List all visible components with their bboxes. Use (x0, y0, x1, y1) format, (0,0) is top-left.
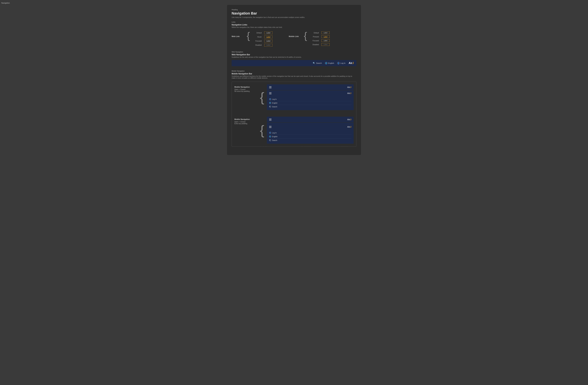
mobile-state-name-pressed: Pressed (309, 36, 319, 38)
mobile-example-2-labels: Mobile Navigation Open + Closed Extra to… (234, 117, 257, 124)
web-nav-bar-mockup: 🔍 Search 🌐 English 👤 Log In Air J (231, 60, 357, 66)
mobile-example-2-subtitle: Open + Closed (234, 121, 257, 123)
heading-section: Heading Navigation Bar Like many Air J c… (231, 9, 357, 18)
air-logo-text: Air (349, 62, 352, 65)
user-icon-mobile-1: 👤 (269, 98, 271, 100)
web-link-states: Default Label Hover Label Focused Label … (252, 31, 273, 47)
mobile-nav-closed-bar-1: AirJ (267, 84, 354, 90)
mobile-link-states: Default Label Pressed Label Focused Labe… (309, 31, 330, 46)
state-label-hover: Label (264, 36, 273, 38)
mobile-example-1-title: Mobile Navigation (234, 86, 257, 88)
english-label-1: English (272, 102, 277, 104)
mobile-state-name-focused: Focused (309, 40, 319, 42)
mobile-logo-open-1: AirJ (347, 92, 351, 95)
state-name-hover: Hover (252, 36, 262, 38)
mobile-nav-section-label: Mobile Navigation (231, 70, 357, 72)
mobile-state-label-focused: Label (321, 39, 330, 42)
mobile-dropdown-item-login-2[interactable]: 👤 Log In (269, 131, 351, 135)
mobile-example-1-navs: AirJ AirJ (267, 84, 354, 110)
mobile-example-1-bracket: { (260, 91, 264, 104)
link-states-container: Web Link { Default Label Hover Label Foc… (231, 31, 357, 47)
mobile-state-label-default: Label (321, 32, 330, 34)
login-label-2: Log In (272, 132, 277, 134)
mobile-link-group: Mobile Link { Default Label Pressed Labe… (289, 31, 330, 47)
mobile-dropdown-item-english-1[interactable]: 🌐 English (269, 101, 351, 105)
mobile-dropdown-item-search-2[interactable]: 🔍 Search (269, 138, 351, 142)
mobile-nav-open-bar-1: AirJ 👤 Log In 🌐 English (267, 90, 354, 110)
state-label-disabled: Label (264, 44, 273, 46)
mobile-logo-1: AirJ (347, 86, 351, 88)
air-logo-j: J (352, 62, 354, 65)
web-nav-desc: Guidelines for the web version of the na… (231, 56, 357, 58)
login-label-1: Log In (272, 98, 277, 100)
web-link-group: Web Link { Default Label Hover Label Foc… (231, 31, 273, 47)
mobile-example-2-detail: Extra top padding. (234, 123, 257, 124)
mobile-nav-title: Mobile Navigation Bar (231, 73, 357, 75)
links-section-label: Links (231, 21, 357, 23)
web-link-bracket: { (247, 31, 250, 41)
globe-icon: 🌐 (325, 62, 327, 64)
mobile-dropdown-item-english-2[interactable]: 🌐 English (269, 135, 351, 138)
search-label-2: Search (272, 139, 277, 141)
nav-english-item[interactable]: 🌐 English (325, 62, 334, 64)
mobile-example-2-navs: AirJ AirJ (267, 117, 354, 144)
mobile-logo-2: AirJ (347, 118, 351, 121)
heading-section-label: Heading (231, 9, 357, 11)
nav-links-desc: Within the navigation bar, there are mul… (231, 26, 357, 28)
mobile-example-1-subtitle: Open + Closed (234, 89, 257, 90)
search-icon-mobile-2: 🔍 (269, 139, 271, 141)
nav-bar-desc: Like many Air J components, the navigati… (231, 17, 357, 18)
mobile-dropdown-item-search-1[interactable]: 🔍 Search (269, 105, 351, 109)
mobile-examples-wrapper: Mobile Navigation Open + Closed No extra… (231, 82, 357, 147)
mobile-dropdown-item-login-1[interactable]: 👤 Log In (269, 97, 351, 101)
links-section: Links Navigation Links Within the naviga… (231, 21, 357, 28)
web-link-label: Web Link (231, 31, 245, 37)
hamburger-icon-1[interactable] (269, 86, 272, 88)
mobile-example-1: Mobile Navigation Open + Closed No extra… (234, 84, 354, 110)
mobile-state-row-focused: Focused Label (309, 39, 330, 43)
mobile-example-2-title: Mobile Navigation (234, 118, 257, 120)
globe-icon-mobile-2: 🌐 (269, 135, 271, 137)
mobile-nav-desc: Guidelines and different functions for t… (231, 75, 357, 79)
mobile-logo-open-2: AirJ (347, 126, 351, 128)
nav-english-label: English (328, 62, 334, 64)
state-row-disabled: Disabled Label (252, 43, 273, 47)
search-icon: 🔍 (313, 62, 315, 64)
mobile-link-bracket: { (304, 31, 307, 41)
web-nav-section-label: Web Navigation (231, 51, 357, 53)
hamburger-icon-open-2[interactable] (269, 126, 272, 128)
mobile-navigation-section: Mobile Navigation Mobile Navigation Bar … (231, 70, 357, 147)
mobile-state-name-disabled: Disabled (309, 44, 319, 45)
mobile-example-1-labels: Mobile Navigation Open + Closed No extra… (234, 84, 257, 92)
search-icon-mobile-1: 🔍 (269, 106, 271, 108)
hamburger-icon-2[interactable] (269, 119, 272, 120)
mobile-dropdown-2: 👤 Log In 🌐 English 🔍 Search (267, 130, 354, 144)
mobile-state-row-pressed: Pressed Label (309, 35, 330, 39)
mobile-state-label-disabled: Label (321, 43, 330, 46)
state-label-focused: Label (264, 40, 273, 42)
globe-icon-mobile-1: 🌐 (269, 102, 271, 104)
mobile-nav-open-bar-2: AirJ 👤 Log In 🌐 English (267, 123, 354, 144)
state-label-default: Label (264, 32, 273, 34)
mobile-state-row-default: Default Label (309, 31, 330, 35)
english-label-2: English (272, 136, 277, 137)
state-row-default: Default Label (252, 31, 273, 35)
state-name-focused: Focused (252, 40, 262, 42)
nav-search-item[interactable]: 🔍 Search (313, 62, 322, 64)
mobile-example-1-detail: No extra top padding. (234, 90, 257, 92)
mobile-state-label-pressed: Label (321, 35, 330, 38)
user-icon-mobile-2: 👤 (269, 132, 271, 134)
state-row-focused: Focused Label (252, 39, 273, 43)
mobile-example-2-bracket: { (260, 124, 264, 137)
mobile-link-label: Mobile Link (289, 31, 302, 37)
page-title: Navigation (0, 1, 588, 5)
nav-login-item[interactable]: 👤 Log In (337, 62, 345, 64)
nav-login-label: Log In (340, 62, 345, 64)
web-nav-title: Web Navigation Bar (231, 54, 357, 56)
mobile-state-name-default: Default (309, 32, 319, 34)
nav-bar-title: Navigation Bar (231, 11, 357, 16)
hamburger-icon-open-1[interactable] (269, 92, 272, 94)
mobile-dropdown-1: 👤 Log In 🌐 English 🔍 Search (267, 96, 354, 110)
web-navigation-section: Web Navigation Web Navigation Bar Guidel… (231, 51, 357, 66)
mobile-nav-open-header-1: AirJ (267, 90, 354, 96)
